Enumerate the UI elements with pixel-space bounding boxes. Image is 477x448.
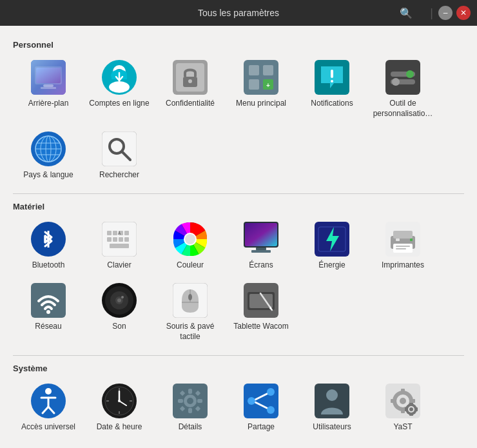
svg-rect-47 — [107, 231, 112, 235]
notifications-label: Notifications — [311, 99, 353, 109]
search-icon[interactable]: 🔍 — [400, 7, 413, 19]
divider-personnel-materiel — [13, 193, 464, 194]
svg-rect-5 — [41, 87, 56, 89]
item-partage[interactable]: Partage — [226, 377, 297, 439]
svg-rect-106 — [188, 408, 192, 413]
svg-rect-50 — [124, 231, 129, 235]
svg-rect-132 — [405, 407, 407, 411]
svg-point-81 — [117, 298, 121, 302]
svg-rect-53 — [119, 237, 123, 242]
imprimantes-label: Imprimantes — [382, 260, 424, 271]
item-pays-langue[interactable]: Pays & langue — [13, 125, 84, 187]
yast-label: YaST — [393, 422, 412, 433]
svg-point-30 — [406, 70, 414, 78]
item-rechercher[interactable]: Rechercher — [84, 125, 155, 187]
energie-label: Énergie — [318, 260, 345, 271]
details-label: Détails — [179, 422, 202, 433]
svg-rect-22 — [249, 79, 259, 90]
confidentialite-icon — [173, 60, 208, 95]
svg-point-92 — [45, 388, 52, 394]
item-comptes-en-ligne[interactable]: Comptes en ligne — [84, 54, 155, 125]
tablette-wacom-label: Tablette Wacom — [233, 322, 289, 332]
svg-point-32 — [392, 78, 400, 86]
outil-personnalisation-label: Outil de personnalisatio… — [371, 99, 434, 119]
svg-point-97 — [118, 400, 121, 402]
outil-personnalisation-icon — [385, 60, 420, 95]
svg-rect-69 — [393, 231, 413, 239]
svg-rect-3 — [36, 68, 61, 83]
imprimantes-icon — [385, 222, 420, 257]
details-icon — [173, 384, 208, 418]
svg-rect-4 — [43, 84, 54, 87]
svg-text:+: + — [266, 82, 270, 89]
titlebar-title: Tous les paramètres — [198, 8, 279, 18]
titlebar: Tous les paramètres 🔍 | – ✕ — [0, 0, 477, 26]
clavier-label: Clavier — [107, 260, 131, 271]
tablette-wacom-icon — [244, 283, 278, 318]
souris-label: Souris & pavé tactile — [159, 322, 222, 342]
separator: | — [430, 6, 433, 20]
pays-langue-icon — [31, 131, 66, 166]
svg-rect-107 — [178, 399, 183, 403]
item-ecrans[interactable]: Écrans — [226, 215, 297, 277]
utilisateurs-label: Utilisateurs — [313, 422, 351, 433]
item-date-heure[interactable]: Date & heure — [84, 377, 155, 439]
divider-materiel-systeme — [13, 355, 464, 356]
svg-point-82 — [121, 296, 124, 298]
item-imprimantes[interactable]: Imprimantes — [367, 215, 438, 277]
svg-rect-124 — [401, 409, 405, 413]
item-clavier[interactable]: A Clavier — [84, 215, 155, 277]
yast-icon — [385, 384, 420, 418]
utilisateurs-icon — [315, 384, 349, 418]
menu-principal-icon: + — [244, 60, 278, 95]
item-confidentialite[interactable]: Confidentialité — [155, 54, 226, 125]
souris-icon — [173, 283, 208, 318]
item-menu-principal[interactable]: + Menu principal — [226, 54, 297, 125]
item-bluetooth[interactable]: Bluetooth — [13, 215, 84, 277]
item-tablette-wacom[interactable]: Tablette Wacom — [226, 277, 297, 348]
partage-label: Partage — [248, 422, 275, 433]
rechercher-icon — [102, 131, 137, 166]
svg-rect-41 — [102, 131, 137, 166]
item-notifications[interactable]: Notifications — [297, 54, 367, 125]
item-acces-universel[interactable]: Accès universel — [13, 377, 84, 439]
ecrans-icon — [244, 222, 278, 257]
item-souris[interactable]: Souris & pavé tactile — [155, 277, 226, 348]
item-reseau[interactable]: Réseau — [13, 277, 84, 348]
svg-point-114 — [248, 397, 255, 405]
item-arriere-plan[interactable]: Arrière-plan — [13, 54, 84, 125]
svg-rect-54 — [124, 237, 129, 242]
minimize-button[interactable]: – — [438, 6, 453, 20]
item-son[interactable]: Son — [84, 277, 155, 348]
close-button[interactable]: ✕ — [456, 6, 471, 20]
personnel-grid: Arrière-plan Comptes en ligne — [13, 54, 464, 187]
item-energie[interactable]: Énergie — [297, 215, 367, 277]
item-yast[interactable]: YaST — [367, 377, 438, 439]
date-heure-label: Date & heure — [97, 422, 142, 433]
svg-rect-108 — [197, 399, 202, 403]
svg-rect-131 — [409, 413, 413, 416]
svg-rect-130 — [409, 403, 413, 405]
energie-icon — [315, 222, 349, 257]
rechercher-label: Rechercher — [99, 170, 139, 180]
svg-rect-48 — [113, 231, 117, 235]
item-outil-personnalisation[interactable]: Outil de personnalisatio… — [367, 54, 438, 125]
svg-rect-52 — [113, 237, 117, 242]
item-couleur[interactable]: Couleur — [155, 215, 226, 277]
svg-rect-19 — [244, 60, 278, 95]
svg-rect-62 — [245, 223, 277, 246]
item-details[interactable]: Détails — [155, 377, 226, 439]
svg-rect-64 — [251, 250, 271, 253]
item-utilisateurs[interactable]: Utilisateurs — [297, 377, 367, 439]
section-title-systeme: Système — [13, 364, 464, 373]
main-content: Personnel — [0, 26, 477, 445]
pays-langue-label: Pays & langue — [23, 170, 73, 180]
svg-point-104 — [187, 398, 193, 404]
svg-rect-51 — [107, 237, 112, 242]
reseau-icon — [31, 283, 66, 318]
svg-point-118 — [326, 389, 338, 401]
svg-rect-72 — [410, 239, 413, 241]
systeme-grid: Accès universel Date & heure — [13, 377, 464, 439]
svg-rect-28 — [385, 60, 420, 95]
son-label: Son — [112, 322, 126, 332]
